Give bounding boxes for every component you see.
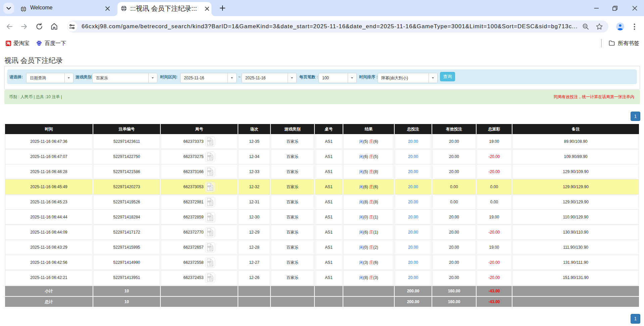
svg-text:du: du: [38, 43, 41, 45]
